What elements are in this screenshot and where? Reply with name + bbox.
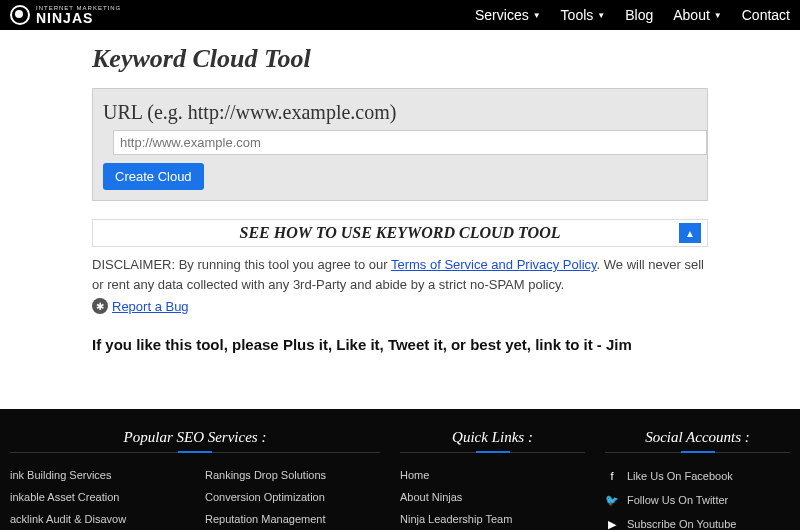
page-title: Keyword Cloud Tool: [92, 44, 708, 74]
logo-icon: [10, 5, 30, 25]
quick-list: HomeAbout NinjasNinja Leadership TeamCli…: [400, 469, 585, 530]
social-label: Subscribe On Youtube: [627, 518, 736, 530]
tos-link[interactable]: Terms of Service and Privacy Policy: [391, 257, 597, 272]
logo-title: NINJAS: [36, 11, 121, 25]
social-label: Follow Us On Twitter: [627, 494, 728, 506]
collapse-up-icon[interactable]: ▲: [679, 223, 701, 243]
report-bug-row: ✱ Report a Bug: [92, 298, 708, 314]
share-text: If you like this tool, please Plus it, L…: [92, 336, 708, 353]
howto-bar[interactable]: SEE HOW TO USE KEYWORD CLOUD TOOL ▲: [92, 219, 708, 247]
footer-col-social: Social Accounts : fLike Us On Facebook🐦F…: [605, 429, 790, 530]
bug-icon: ✱: [92, 298, 108, 314]
seo-list-2: Rankings Drop SolutionsConversion Optimi…: [205, 469, 380, 530]
list-item[interactable]: Reputation Management: [205, 513, 380, 525]
social-list: fLike Us On Facebook🐦Follow Us On Twitte…: [605, 469, 790, 530]
nav-tools[interactable]: Tools▼: [561, 7, 606, 23]
list-item[interactable]: ▶Subscribe On Youtube: [605, 517, 790, 530]
list-item[interactable]: acklink Audit & Disavow: [10, 513, 185, 525]
footer-heading-seo: Popular SEO Services :: [10, 429, 380, 453]
logo[interactable]: INTERNET MARKETING NINJAS: [10, 5, 121, 25]
chevron-down-icon: ▼: [597, 11, 605, 20]
list-item[interactable]: Conversion Optimization: [205, 491, 380, 503]
nav-blog[interactable]: Blog: [625, 7, 653, 23]
chevron-down-icon: ▼: [533, 11, 541, 20]
footer-heading-social: Social Accounts :: [605, 429, 790, 453]
twitter-icon: 🐦: [605, 493, 619, 507]
list-item[interactable]: Home: [400, 469, 585, 481]
topbar: INTERNET MARKETING NINJAS Services▼ Tool…: [0, 0, 800, 30]
list-item[interactable]: inkable Asset Creation: [10, 491, 185, 503]
youtube-icon: ▶: [605, 517, 619, 530]
nav: Services▼ Tools▼ Blog About▼ Contact: [475, 7, 790, 23]
footer-col-seo: Popular SEO Services : ink Building Serv…: [10, 429, 380, 530]
list-item[interactable]: fLike Us On Facebook: [605, 469, 790, 483]
main: Keyword Cloud Tool URL (e.g. http://www.…: [0, 30, 800, 373]
nav-services[interactable]: Services▼: [475, 7, 541, 23]
report-bug-link[interactable]: Report a Bug: [112, 299, 189, 314]
url-form: URL (e.g. http://www.example.com) Create…: [92, 88, 708, 201]
list-item[interactable]: 🐦Follow Us On Twitter: [605, 493, 790, 507]
list-item[interactable]: About Ninjas: [400, 491, 585, 503]
disclaimer: DISCLAIMER: By running this tool you agr…: [92, 255, 708, 294]
footer-col-quick: Quick Links : HomeAbout NinjasNinja Lead…: [400, 429, 585, 530]
howto-title: SEE HOW TO USE KEYWORD CLOUD TOOL: [240, 224, 561, 242]
seo-list-1: ink Building Servicesinkable Asset Creat…: [10, 469, 185, 530]
list-item[interactable]: Ninja Leadership Team: [400, 513, 585, 525]
footer-heading-quick: Quick Links :: [400, 429, 585, 453]
nav-contact[interactable]: Contact: [742, 7, 790, 23]
list-item[interactable]: ink Building Services: [10, 469, 185, 481]
facebook-icon: f: [605, 469, 619, 483]
url-label: URL (e.g. http://www.example.com): [103, 101, 697, 124]
create-cloud-button[interactable]: Create Cloud: [103, 163, 204, 190]
url-input[interactable]: [113, 130, 707, 155]
footer: Popular SEO Services : ink Building Serv…: [0, 409, 800, 530]
social-label: Like Us On Facebook: [627, 470, 733, 482]
chevron-down-icon: ▼: [714, 11, 722, 20]
nav-about[interactable]: About▼: [673, 7, 722, 23]
list-item[interactable]: Rankings Drop Solutions: [205, 469, 380, 481]
